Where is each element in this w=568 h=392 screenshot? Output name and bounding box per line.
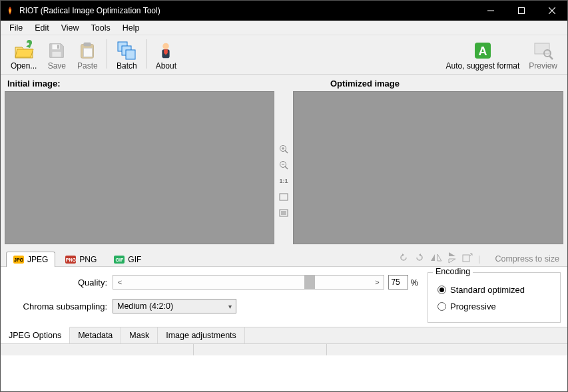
chroma-value: Medium (4:2:0) bbox=[117, 301, 173, 311]
tab-metadata[interactable]: Metadata bbox=[70, 327, 121, 343]
auto-label: Auto, suggest format bbox=[446, 61, 520, 71]
minimize-button[interactable] bbox=[475, 1, 506, 21]
bottom-tabs: JPEG Options Metadata Mask Image adjustm… bbox=[1, 327, 567, 343]
png-icon: PNG bbox=[65, 256, 76, 264]
menubar: File Edit View Tools Help bbox=[1, 21, 567, 35]
preview-button[interactable]: Preview bbox=[524, 38, 562, 73]
svg-rect-5 bbox=[53, 52, 61, 57]
quality-label: Quality: bbox=[7, 278, 113, 288]
save-icon bbox=[46, 40, 67, 61]
tab-png[interactable]: PNG PNG bbox=[58, 252, 104, 267]
titlebar: RIOT (Radical Image Optimization Tool) bbox=[1, 1, 567, 21]
flip-h-icon[interactable] bbox=[430, 253, 442, 264]
slider-right-arrow[interactable]: > bbox=[370, 278, 384, 286]
svg-rect-6 bbox=[57, 45, 59, 49]
open-button[interactable]: Open... bbox=[6, 38, 41, 73]
status-cell-1 bbox=[1, 344, 194, 355]
tab-gif[interactable]: GIF GIF bbox=[107, 252, 148, 267]
radio-icon bbox=[437, 286, 446, 294]
auto-suggest-button[interactable]: A Auto, suggest format bbox=[441, 38, 525, 73]
slider-left-arrow[interactable]: < bbox=[113, 278, 127, 286]
tab-jpeg-options[interactable]: JPEG Options bbox=[1, 327, 70, 343]
about-icon bbox=[155, 40, 176, 61]
rotate-ccw-icon[interactable] bbox=[398, 252, 409, 265]
initial-image-pane bbox=[5, 91, 274, 244]
format-tabs: JPG JPEG PNG PNG GIF GIF | Compress to s… bbox=[1, 248, 567, 267]
save-button[interactable]: Save bbox=[41, 38, 72, 73]
fit-window-button[interactable] bbox=[278, 191, 290, 203]
options-panel: Quality: < > % Chroma subsampling: Mediu… bbox=[1, 267, 567, 327]
radio-standard[interactable]: Standard optimized bbox=[437, 285, 551, 295]
zoom-out-button[interactable] bbox=[278, 159, 290, 171]
chroma-label: Chroma subsampling: bbox=[7, 301, 113, 311]
radio-icon bbox=[437, 302, 446, 311]
tab-image-adjustments[interactable]: Image adjustments bbox=[158, 327, 245, 343]
quality-slider[interactable]: < > bbox=[113, 275, 384, 290]
initial-image-label: Initial image: bbox=[7, 79, 277, 89]
image-panes: Initial image: Optimized image 1:1 bbox=[1, 75, 567, 248]
menu-tools[interactable]: Tools bbox=[85, 22, 117, 34]
menu-file[interactable]: File bbox=[3, 22, 29, 34]
encoding-legend: Encoding bbox=[433, 267, 473, 276]
paste-icon bbox=[77, 40, 98, 61]
app-icon bbox=[5, 5, 15, 16]
svg-rect-8 bbox=[84, 43, 91, 47]
compress-to-size-link[interactable]: Compress to size bbox=[495, 254, 559, 264]
svg-rect-12 bbox=[126, 50, 135, 59]
svg-rect-9 bbox=[84, 48, 93, 57]
svg-line-31 bbox=[469, 254, 472, 256]
svg-text:A: A bbox=[478, 45, 487, 58]
tab-png-label: PNG bbox=[79, 255, 97, 264]
svg-rect-1 bbox=[519, 8, 525, 14]
rotate-cw-icon[interactable] bbox=[414, 252, 425, 265]
paste-label: Paste bbox=[77, 61, 98, 71]
quality-input[interactable] bbox=[388, 275, 408, 290]
batch-label: Batch bbox=[117, 61, 137, 71]
zoom-in-button[interactable] bbox=[278, 143, 290, 155]
tab-gif-label: GIF bbox=[128, 255, 141, 264]
open-label: Open... bbox=[11, 61, 37, 71]
optimized-image-pane bbox=[293, 91, 563, 244]
menu-view[interactable]: View bbox=[55, 22, 85, 34]
svg-rect-27 bbox=[280, 194, 288, 200]
preview-icon bbox=[533, 40, 554, 61]
toolbar-separator bbox=[107, 39, 107, 69]
gif-icon: GIF bbox=[114, 256, 125, 264]
batch-button[interactable]: Batch bbox=[111, 38, 142, 73]
toolbar-separator bbox=[146, 39, 146, 69]
fit-image-button[interactable] bbox=[278, 207, 290, 219]
slider-thumb[interactable] bbox=[304, 276, 315, 289]
paste-button[interactable]: Paste bbox=[72, 38, 103, 73]
svg-rect-30 bbox=[463, 255, 469, 262]
menu-edit[interactable]: Edit bbox=[29, 22, 55, 34]
svg-rect-29 bbox=[281, 211, 286, 215]
chevron-down-icon: ▾ bbox=[228, 303, 232, 310]
percent-label: % bbox=[410, 278, 418, 288]
chroma-select[interactable]: Medium (4:2:0) ▾ bbox=[113, 299, 236, 313]
svg-line-21 bbox=[285, 150, 288, 153]
tab-jpeg[interactable]: JPG JPEG bbox=[6, 252, 55, 267]
radio-progressive[interactable]: Progressive bbox=[437, 301, 551, 311]
open-folder-icon bbox=[13, 40, 35, 61]
resize-icon[interactable] bbox=[462, 253, 473, 264]
save-label: Save bbox=[48, 61, 66, 71]
status-cell-3 bbox=[327, 344, 567, 355]
batch-icon bbox=[116, 40, 137, 61]
window-title: RIOT (Radical Image Optimization Tool) bbox=[19, 6, 475, 15]
svg-point-13 bbox=[163, 43, 169, 49]
status-cell-2 bbox=[194, 344, 327, 355]
preview-label: Preview bbox=[529, 61, 557, 71]
about-button[interactable]: About bbox=[150, 38, 181, 73]
auto-icon: A bbox=[472, 40, 493, 61]
toolbar: Open... Save Paste Batch About A Auto, s… bbox=[1, 35, 567, 75]
standard-label: Standard optimized bbox=[450, 285, 525, 295]
close-button[interactable] bbox=[537, 1, 567, 21]
menu-help[interactable]: Help bbox=[117, 22, 146, 34]
flip-v-icon[interactable] bbox=[447, 252, 457, 266]
jpeg-icon: JPG bbox=[13, 256, 24, 264]
tab-mask[interactable]: Mask bbox=[121, 327, 158, 343]
maximize-button[interactable] bbox=[506, 1, 537, 21]
zoom-tools: 1:1 bbox=[274, 91, 293, 244]
svg-line-19 bbox=[549, 56, 553, 59]
zoom-actual-button[interactable]: 1:1 bbox=[278, 175, 290, 187]
